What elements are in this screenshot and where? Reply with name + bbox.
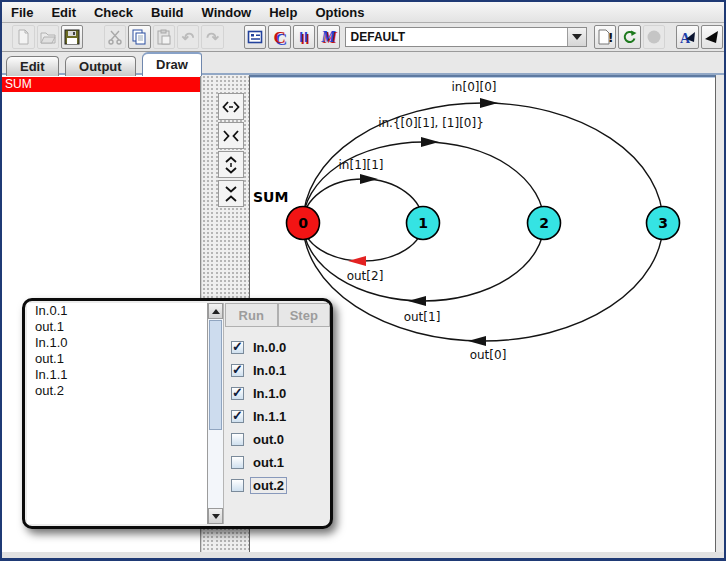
properties-button[interactable] <box>244 25 266 49</box>
open-file-button[interactable] <box>37 25 59 49</box>
signal-panel: Run Step In.0.0 In.0.1 In.1.0 In.1.1 <box>225 303 330 524</box>
signal-row: out.1 <box>225 451 330 474</box>
signal-label: out.1 <box>251 455 286 470</box>
expand-horizontal-icon <box>222 98 240 116</box>
signal-row: In.1.1 <box>225 405 330 428</box>
scroll-up-button[interactable] <box>208 303 223 319</box>
event-trace-item[interactable]: out.1 <box>27 351 207 367</box>
transition-in11-edge[interactable] <box>303 179 423 223</box>
menu-window[interactable]: Window <box>193 5 261 20</box>
transition-label: out[0] <box>470 348 507 362</box>
trace-scrollbar[interactable] <box>208 303 224 524</box>
signal-label: In.0.1 <box>251 363 288 378</box>
signal-checkbox[interactable] <box>231 364 244 377</box>
module-button[interactable]: M <box>317 25 339 49</box>
stop-button[interactable] <box>643 25 665 49</box>
signal-checkbox[interactable] <box>231 479 244 492</box>
state-2-label: 2 <box>539 215 549 231</box>
refresh-circle-icon <box>622 29 638 45</box>
arrowhead-icon <box>421 137 439 147</box>
event-trace-item[interactable]: In.1.1 <box>27 367 207 383</box>
copy-button[interactable] <box>128 25 150 49</box>
combobox-dropdown-button[interactable] <box>567 28 586 46</box>
menu-check[interactable]: Check <box>85 5 142 20</box>
collapse-horizontal-button[interactable] <box>218 122 244 149</box>
cut-button[interactable] <box>104 25 126 49</box>
state-1-label: 1 <box>418 215 428 231</box>
transition-out2-edge[interactable] <box>303 223 423 261</box>
redo-button[interactable]: ↷ <box>201 25 223 49</box>
run-button[interactable]: Run <box>225 303 278 327</box>
menu-edit[interactable]: Edit <box>42 5 85 20</box>
menu-file[interactable]: File <box>2 5 42 20</box>
signal-checkbox[interactable] <box>231 387 244 400</box>
simulation-popup: In.0.1 out.1 In.1.0 out.1 In.1.1 out.2 R… <box>22 298 333 529</box>
undo-icon: ↶ <box>182 30 195 45</box>
transition-label: in[1][1] <box>339 158 384 172</box>
step-button[interactable]: Step <box>278 303 331 327</box>
signal-label: out.2 <box>251 478 286 493</box>
arrowhead-icon <box>468 336 486 346</box>
label-arrow-button[interactable]: A <box>676 25 698 49</box>
collapse-vertical-button[interactable] <box>218 180 244 207</box>
tab-output[interactable]: Output <box>65 56 136 76</box>
event-trace-item[interactable]: In.1.0 <box>27 335 207 351</box>
compile-button[interactable]: C <box>268 25 290 49</box>
expand-horizontal-button[interactable] <box>218 93 244 120</box>
copy-icon <box>131 29 147 45</box>
signal-checkbox[interactable] <box>231 456 244 469</box>
signal-row: out.0 <box>225 428 330 451</box>
save-floppy-icon <box>64 29 80 45</box>
signal-checkbox[interactable] <box>231 410 244 423</box>
module-list-item-sum[interactable]: SUM <box>2 77 200 92</box>
state-0-label: 0 <box>298 215 308 231</box>
signal-row: In.0.1 <box>225 359 330 382</box>
menu-help[interactable]: Help <box>260 5 306 20</box>
tab-draw[interactable]: Draw <box>142 52 202 76</box>
undo-button[interactable]: ↶ <box>177 25 199 49</box>
main-toolbar: ↶ ↷ C II M DEFAULT ! A <box>2 23 724 52</box>
transition-label: in.{[0][1], [1][0]} <box>378 116 484 130</box>
document-alert-icon: ! <box>597 29 613 45</box>
event-trace-item[interactable]: out.1 <box>27 319 207 335</box>
state-3-label: 3 <box>658 215 668 231</box>
signal-row: In.0.0 <box>225 336 330 359</box>
machine-name-label: SUM <box>253 189 288 205</box>
configuration-combobox[interactable]: DEFAULT <box>345 27 588 47</box>
scroll-down-button[interactable] <box>208 508 223 524</box>
pause-button[interactable]: II <box>293 25 315 49</box>
arrowhead-icon <box>360 174 378 184</box>
save-button[interactable] <box>61 25 83 49</box>
paste-button[interactable] <box>153 25 175 49</box>
stop-circle-icon <box>646 29 662 45</box>
scrollbar-thumb[interactable] <box>209 320 222 430</box>
scroll-up-icon <box>212 309 220 314</box>
new-file-button[interactable] <box>12 25 34 49</box>
open-folder-icon <box>40 29 56 45</box>
expand-vertical-button[interactable] <box>218 151 244 178</box>
signal-checkbox[interactable] <box>231 341 244 354</box>
properties-table-icon <box>247 29 263 45</box>
event-trace-list[interactable]: In.0.1 out.1 In.1.0 out.1 In.1.1 out.2 <box>27 303 208 524</box>
signal-label: out.0 <box>251 432 286 447</box>
arrow-button[interactable] <box>701 25 723 49</box>
event-trace-item[interactable]: In.0.1 <box>27 303 207 319</box>
signal-label: In.0.0 <box>251 340 288 355</box>
arrowhead-icon <box>480 98 498 108</box>
arrowhead-icon <box>348 256 366 266</box>
signal-label: In.1.1 <box>251 409 288 424</box>
tab-edit[interactable]: Edit <box>6 56 59 76</box>
scroll-down-icon <box>212 514 220 519</box>
menu-options[interactable]: Options <box>306 5 373 20</box>
compile-c-icon: C <box>274 29 286 46</box>
menu-build[interactable]: Build <box>142 5 193 20</box>
signal-checkbox[interactable] <box>231 433 244 446</box>
module-m-icon: M <box>321 29 335 45</box>
report-button[interactable]: ! <box>594 25 616 49</box>
event-trace-item[interactable]: out.2 <box>27 383 207 399</box>
letter-a-arrow-icon: A <box>679 29 696 46</box>
arrowhead-icon <box>408 296 426 306</box>
rerun-button[interactable] <box>618 25 640 49</box>
combobox-value: DEFAULT <box>346 30 568 44</box>
collapse-horizontal-icon <box>222 127 240 145</box>
